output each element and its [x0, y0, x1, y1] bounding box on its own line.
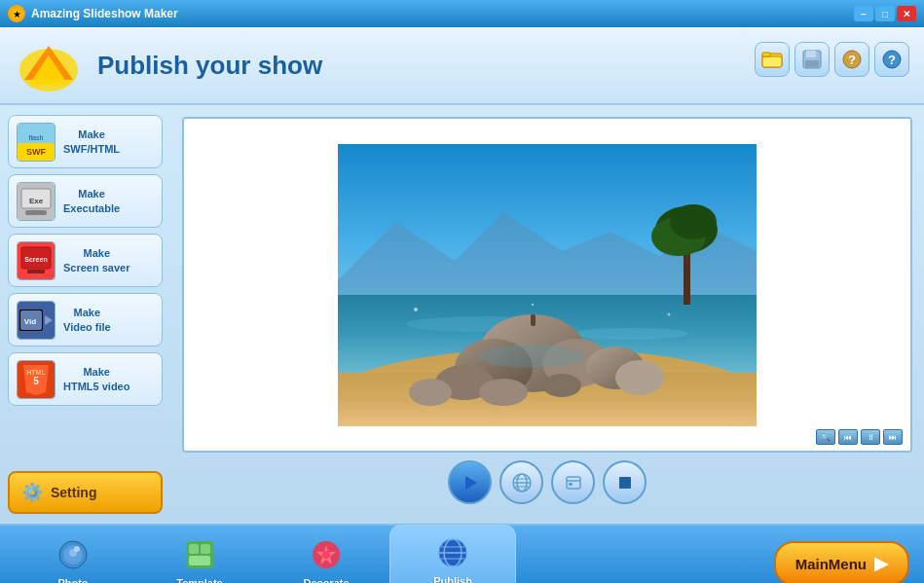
svg-point-58 [532, 304, 534, 306]
svg-rect-20 [25, 210, 47, 215]
app-logo [15, 36, 83, 94]
svg-text:?: ? [888, 53, 896, 67]
tab-decorate[interactable]: Decorate [263, 528, 389, 583]
svg-rect-67 [569, 483, 573, 486]
make-swf-button[interactable]: SWF flash MakeSWF/HTML [8, 115, 163, 168]
decorate-icon [311, 539, 342, 574]
svg-rect-75 [201, 544, 210, 554]
setting-label: Setting [51, 485, 96, 500]
gear-icon: ⚙️ [21, 482, 43, 503]
tab-photo[interactable]: Photo [10, 528, 136, 583]
svg-text:flash: flash [29, 134, 44, 141]
info-button[interactable]: ? [874, 42, 909, 77]
mini-controls: 🔍 ⏮ ⏸ ⏭ [816, 429, 903, 445]
publish-tab-label: Publish [433, 575, 472, 583]
beach-preview [338, 144, 757, 426]
title-bar-left: ★ Amazing Slideshow Maker [8, 5, 178, 22]
decorate-tab-label: Decorate [303, 577, 349, 584]
maximize-button[interactable]: □ [875, 6, 895, 21]
pause-button[interactable]: ⏸ [861, 429, 880, 445]
main-menu-label: MainMenu [795, 556, 867, 572]
svg-point-38 [572, 328, 688, 340]
photo-icon [57, 539, 89, 574]
svg-point-78 [322, 551, 330, 559]
make-video-label: MakeVideo file [63, 306, 111, 334]
svg-rect-7 [806, 51, 816, 57]
svg-point-48 [542, 374, 581, 397]
tab-template[interactable]: Template [136, 528, 263, 583]
svg-rect-24 [27, 270, 45, 273]
svg-text:SWF: SWF [26, 147, 46, 157]
stop-button[interactable] [603, 460, 647, 504]
refresh-button[interactable] [551, 460, 595, 504]
preview-area: 🔍 ⏮ ⏸ ⏭ [170, 105, 924, 524]
make-video-button[interactable]: Vid MakeVideo file [8, 293, 163, 346]
sidebar: SWF flash MakeSWF/HTML Exe MakeExecutabl… [0, 105, 170, 524]
svg-rect-55 [531, 314, 536, 326]
browser-preview-button[interactable] [499, 460, 543, 504]
svg-text:?: ? [848, 53, 856, 67]
svg-point-50 [479, 345, 586, 368]
svg-point-46 [615, 360, 664, 395]
exe-icon: Exe [17, 182, 55, 221]
svg-point-72 [74, 546, 80, 552]
title-bar: ★ Amazing Slideshow Maker − □ ✕ [0, 0, 924, 27]
setting-button[interactable]: ⚙️ Setting [8, 471, 163, 514]
template-icon [184, 539, 215, 574]
help-button[interactable]: ? [834, 42, 869, 77]
page-title: Publish your show [97, 51, 322, 81]
svg-point-47 [479, 379, 528, 406]
svg-rect-4 [762, 56, 782, 67]
main-content: SWF flash MakeSWF/HTML Exe MakeExecutabl… [0, 105, 924, 524]
svg-text:Screen: Screen [24, 256, 47, 263]
svg-rect-65 [567, 477, 580, 489]
rewind-button[interactable]: ⏮ [838, 429, 858, 445]
svg-text:HTML: HTML [26, 369, 46, 376]
photo-tab-label: Photo [57, 577, 88, 584]
app-icon: ★ [8, 5, 25, 22]
make-html5-label: MakeHTML5 video [63, 365, 129, 393]
fast-forward-button[interactable]: ⏭ [883, 429, 903, 445]
make-swf-label: MakeSWF/HTML [63, 128, 120, 156]
screen-saver-icon: Screen [17, 241, 55, 280]
make-exe-button[interactable]: Exe MakeExecutable [8, 174, 163, 228]
preview-image [184, 119, 910, 451]
svg-rect-74 [189, 544, 199, 554]
svg-point-56 [414, 308, 418, 311]
preview-container: 🔍 ⏮ ⏸ ⏭ [182, 117, 912, 453]
window-controls: − □ ✕ [854, 6, 916, 21]
make-html5-button[interactable]: 5 HTML MakeHTML5 video [8, 352, 163, 406]
swf-icon: SWF flash [17, 123, 55, 162]
save-button[interactable] [795, 42, 830, 77]
svg-rect-68 [619, 477, 631, 489]
tab-publish[interactable]: Publish [389, 525, 516, 583]
svg-point-54 [670, 204, 717, 239]
svg-text:Exe: Exe [29, 197, 44, 205]
minimize-button[interactable]: − [854, 6, 873, 21]
svg-rect-8 [805, 60, 819, 67]
close-button[interactable]: ✕ [897, 6, 916, 21]
bottom-nav: Photo Template Decorate [0, 524, 924, 583]
header: Publish your show ? ? [0, 27, 924, 105]
svg-marker-59 [465, 476, 477, 490]
play-button[interactable] [448, 460, 492, 504]
svg-rect-5 [762, 53, 770, 56]
make-screen-label: MakeScreen saver [63, 246, 130, 274]
svg-text:Vid: Vid [24, 317, 36, 326]
html5-icon: 5 HTML [17, 360, 55, 399]
main-menu-button[interactable]: MainMenu ▶ [774, 541, 909, 583]
svg-point-49 [409, 379, 452, 406]
svg-rect-76 [189, 556, 210, 565]
video-icon: Vid [17, 301, 55, 340]
make-screen-saver-button[interactable]: Screen MakeScreen saver [8, 234, 163, 287]
app-title: Amazing Slideshow Maker [31, 7, 178, 20]
make-exe-label: MakeExecutable [63, 187, 120, 215]
playback-controls [448, 453, 647, 512]
arrow-right-icon: ▶ [874, 553, 888, 574]
publish-icon [437, 537, 468, 572]
svg-text:5: 5 [33, 376, 39, 386]
zoom-button[interactable]: 🔍 [816, 429, 835, 445]
svg-point-57 [668, 312, 671, 315]
template-tab-label: Template [176, 577, 222, 584]
open-folder-button[interactable] [755, 42, 790, 77]
